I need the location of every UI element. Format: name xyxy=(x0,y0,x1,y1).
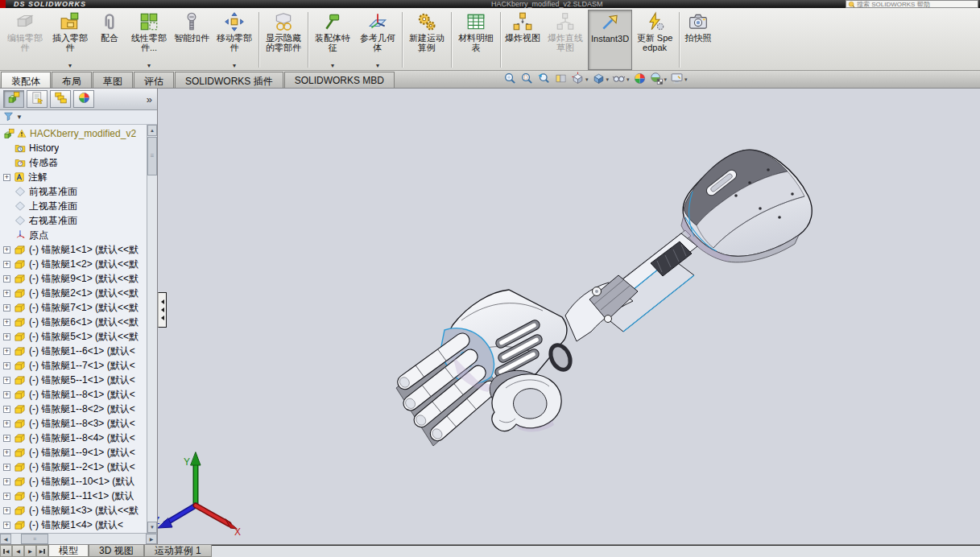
expander-icon[interactable] xyxy=(3,478,10,485)
expander-icon[interactable] xyxy=(3,507,10,514)
zoom-area-button[interactable] xyxy=(520,72,534,89)
ribbon-button-assembly-features[interactable]: 装配体特征▾ xyxy=(310,10,355,70)
tree-component-row[interactable]: (-) 锚脓艇1<1> (默认<<默 xyxy=(0,242,147,257)
expander-icon[interactable] xyxy=(3,377,10,384)
tree-component-row[interactable]: (-) 锚脓艇5<1> (默认<<默 xyxy=(0,329,147,344)
ribbon-button-show-hidden[interactable]: 显示隐藏的零部件 xyxy=(261,10,306,70)
tab-command[interactable]: 评估 xyxy=(134,72,174,88)
ribbon-button-exploded-view[interactable]: 爆炸视图 xyxy=(502,10,543,70)
tree-item[interactable]: 原点 xyxy=(0,228,147,242)
expander-icon[interactable] xyxy=(3,275,10,283)
ribbon-button-reference-geometry[interactable]: 参考几何体▾ xyxy=(355,10,400,70)
tree-component-row[interactable]: (-) 锚脓艇2<1> (默认<<默 xyxy=(0,286,147,300)
view-orientation-button[interactable]: ▾ xyxy=(571,72,589,89)
tree-component-row[interactable]: (-) 锚脓艇1--9<1> (默认< xyxy=(0,445,147,460)
scroll-right-arrow-icon[interactable]: ▶ xyxy=(146,534,157,544)
scrollbar-thumb-h[interactable]: ≡ xyxy=(21,534,48,544)
tree-item[interactable]: 注解 xyxy=(0,170,147,184)
expander-icon[interactable] xyxy=(3,435,10,442)
dropdown-caret-icon[interactable]: ▾ xyxy=(376,63,379,69)
hide-show-items-button[interactable]: ▾ xyxy=(612,72,630,89)
tab-command[interactable]: 布局 xyxy=(52,72,92,88)
tree-item[interactable]: History xyxy=(0,141,147,155)
ribbon-button-bom[interactable]: 材料明细表 xyxy=(453,10,498,70)
status-tab-item[interactable]: 运动算例 1 xyxy=(144,545,212,557)
expander-icon[interactable] xyxy=(3,493,10,500)
tree-component-row[interactable]: (-) 锚脓艇7<1> (默认<<默 xyxy=(0,300,147,315)
display-style-button[interactable]: ▾ xyxy=(592,72,610,89)
filter-dropdown-caret-icon[interactable]: ▼ xyxy=(16,113,23,121)
ribbon-button-instant3d[interactable]: Instant3D xyxy=(588,10,632,70)
section-view-button[interactable] xyxy=(554,72,568,89)
tab-command[interactable]: SOLIDWORKS MBD xyxy=(284,72,395,88)
tree-component-row[interactable]: (-) 锚脓艇1<3> (默认<<默 xyxy=(0,503,147,518)
last-tab-button[interactable]: ▶ xyxy=(36,545,48,557)
featuremanager-tree-tab[interactable] xyxy=(3,90,24,108)
ribbon-button-mate[interactable]: 配合 xyxy=(93,10,126,70)
tab-command[interactable]: 草图 xyxy=(93,72,133,88)
tree-component-row[interactable]: (-) 锚脓艇9<1> (默认<<默 xyxy=(0,271,147,286)
first-tab-button[interactable]: ◀ xyxy=(0,545,12,557)
tab-active[interactable]: 装配体 xyxy=(1,72,51,88)
tree-component-row[interactable]: (-) 锚脓艇1--8<1> (默认< xyxy=(0,387,147,402)
previous-view-button[interactable] xyxy=(537,72,551,89)
expander-icon[interactable] xyxy=(3,420,10,427)
expander-icon[interactable] xyxy=(3,522,10,529)
tab-command[interactable]: SOLIDWORKS 插件 xyxy=(175,72,283,88)
expander-icon[interactable] xyxy=(3,290,10,297)
tree-component-row[interactable]: (-) 锚脓艇1--8<4> (默认< xyxy=(0,431,147,445)
tree-component-row[interactable]: (-) 锚脓艇1<2> (默认<<默 xyxy=(0,257,147,271)
dropdown-caret-icon[interactable]: ▾ xyxy=(233,63,236,69)
expander-icon[interactable] xyxy=(3,333,10,340)
dropdown-caret-icon[interactable]: ▾ xyxy=(585,76,589,83)
tree-component-row[interactable]: (-) 锚脓艇6<1> (默认<<默 xyxy=(0,315,147,329)
ribbon-button-linear-pattern[interactable]: 线性零部件...▾ xyxy=(126,10,172,70)
scrollbar-thumb[interactable] xyxy=(147,137,157,175)
expander-icon[interactable] xyxy=(3,391,10,398)
dropdown-caret-icon[interactable]: ▾ xyxy=(68,63,72,69)
dropdown-caret-icon[interactable]: ▾ xyxy=(606,76,610,83)
displaymanager-tab[interactable] xyxy=(73,90,94,108)
dropdown-caret-icon[interactable]: ▾ xyxy=(331,63,334,69)
tree-component-row[interactable]: (-) 锚脓艇1--10<1> (默认 xyxy=(0,474,147,489)
tree-component-row[interactable]: (-) 锚脓艇1--7<1> (默认< xyxy=(0,358,147,373)
tree-component-row[interactable]: (-) 锚脓艇5--1<1> (默认< xyxy=(0,373,147,387)
dropdown-caret-icon[interactable]: ▾ xyxy=(684,76,688,83)
panel-expand-chevron-icon[interactable]: » xyxy=(147,93,154,105)
prev-tab-button[interactable]: ◀ xyxy=(12,545,24,557)
tree-item[interactable]: 传感器 xyxy=(0,155,147,170)
tree-component-row[interactable]: (-) 锚脓艇1--6<1> (默认< xyxy=(0,344,147,358)
ribbon-button-motion-study[interactable]: 新建运动算例 xyxy=(404,10,449,70)
zoom-fit-button[interactable] xyxy=(503,72,517,89)
tree-component-row[interactable]: (-) 锚脓艇1<4> (默认< xyxy=(0,518,147,532)
model-canvas[interactable] xyxy=(158,89,980,544)
tree-component-row[interactable]: (-) 锚脓艇1--8<3> (默认< xyxy=(0,416,147,431)
view-settings-button[interactable]: ▾ xyxy=(670,72,688,89)
expander-icon[interactable] xyxy=(3,319,10,326)
tree-horizontal-scrollbar[interactable]: ◀ ≡ ▶ xyxy=(0,533,157,544)
status-tab-item[interactable]: 3D 视图 xyxy=(89,545,144,557)
tree-item[interactable]: 右视基准面 xyxy=(0,213,147,228)
tree-vertical-scrollbar[interactable]: ▲ ▼ xyxy=(147,125,157,533)
expander-icon[interactable] xyxy=(3,348,10,355)
scroll-left-arrow-icon[interactable]: ◀ xyxy=(0,534,11,544)
dropdown-caret-icon[interactable]: ▾ xyxy=(147,63,151,69)
ribbon-button-move-component[interactable]: 移动零部件▾ xyxy=(212,10,257,70)
apply-scene-button[interactable]: ▾ xyxy=(650,72,668,89)
expander-icon[interactable] xyxy=(3,304,10,312)
ribbon-button-update-speedpak[interactable]: 更新 Speedpak xyxy=(632,10,677,70)
next-tab-button[interactable]: ▶ xyxy=(24,545,36,557)
expander-icon[interactable] xyxy=(3,362,10,369)
expander-icon[interactable] xyxy=(3,174,10,181)
dropdown-caret-icon[interactable]: ▾ xyxy=(664,76,668,83)
expander-icon[interactable] xyxy=(3,464,10,471)
tree-component-row[interactable]: (-) 锚脓艇1--8<2> (默认< xyxy=(0,402,147,416)
ribbon-button-snapshot[interactable]: 拍快照 xyxy=(681,10,715,70)
status-tab-active[interactable]: 模型 xyxy=(48,545,89,557)
tree-item[interactable]: 上视基准面 xyxy=(0,199,147,213)
scroll-down-arrow-icon[interactable]: ▼ xyxy=(147,522,157,533)
graphics-viewport[interactable]: Y Z X xyxy=(158,89,980,544)
tree-component-row[interactable]: (-) 锚脓艇1--2<1> (默认< xyxy=(0,460,147,474)
expander-icon[interactable] xyxy=(3,261,10,268)
dropdown-caret-icon[interactable]: ▾ xyxy=(626,76,630,83)
